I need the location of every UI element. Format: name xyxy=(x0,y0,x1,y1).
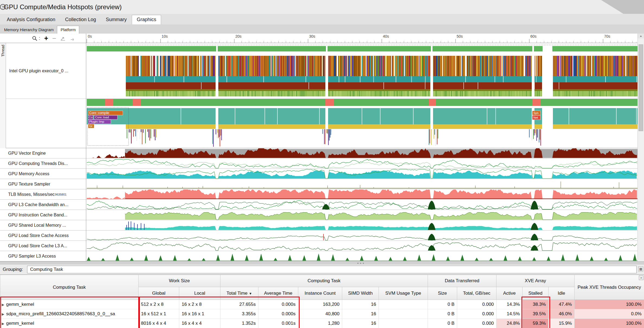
task-name: sdpa_micro_prefill_1266034224058857663_0… xyxy=(6,311,115,316)
zoom-out-button[interactable]: − xyxy=(52,35,56,42)
tab-collection-log[interactable]: Collection Log xyxy=(60,15,101,24)
svg-text:60s: 60s xyxy=(530,34,537,38)
svg-text:70s: 70s xyxy=(604,34,610,38)
zoom-fit-icon[interactable] xyxy=(70,36,75,41)
col-stalled[interactable]: Stalled xyxy=(523,287,549,300)
value-cell xyxy=(379,319,428,328)
thread-axis-label: Thread xyxy=(1,45,5,57)
metric-chart-gpu-computing-threads-dis[interactable] xyxy=(86,158,637,169)
svg-text:40s: 40s xyxy=(383,34,389,38)
colgroup-xve-array: XVE Array xyxy=(496,275,575,287)
value-cell xyxy=(379,309,428,319)
time-ruler[interactable]: 0s10s20s30s40s50s60s70s xyxy=(86,34,637,43)
thread-row-label-2[interactable] xyxy=(6,99,86,148)
col-simd-width[interactable]: SIMD Width xyxy=(342,287,379,300)
grouping-dropdown[interactable]: Computing Task xyxy=(27,266,637,273)
tab-graphics[interactable]: Graphics xyxy=(132,15,161,24)
table-row[interactable]: ▶gemm_kernel8016 x 4 x 416 x 4 x 41.352s… xyxy=(0,319,644,328)
zoom-in-button[interactable]: + xyxy=(44,35,48,42)
col-global[interactable]: Global xyxy=(139,287,179,300)
table-body: ▶gemm_kernel512 x 2 x 816 x 2 x 827.655s… xyxy=(0,300,644,328)
scroll-up-icon[interactable]: ▲ xyxy=(638,34,644,38)
svg-text:Net: Net xyxy=(533,116,538,119)
metric-label-gpu-computing-threads-dis[interactable]: GPU Computing Threads Dis... xyxy=(0,158,86,169)
col-active[interactable]: Active xyxy=(496,287,523,300)
metric-label-gpu-instruction-cache-band[interactable]: GPU Instruction Cache Band... xyxy=(0,210,86,220)
computing-task-table: Computing Task Work Size Computing Task … xyxy=(0,275,644,328)
value-cell: 0.000s xyxy=(258,300,298,309)
metric-label-gpu-l3-cache-bandwidth-an[interactable]: GPU L3 Cache Bandwidth an... xyxy=(0,200,86,210)
thread-track-runtime[interactable]: Core::compileCoCore::loadPlugin::ImpGrSy… xyxy=(86,99,637,148)
metric-label-gpu-load-store-cache-l3-a[interactable]: GPU Load Store Cache L3 A... xyxy=(0,241,86,251)
col-instance-count[interactable]: Instance Count xyxy=(298,287,342,300)
tab-summary[interactable]: Summary xyxy=(101,15,131,24)
help-icon[interactable]: ? xyxy=(0,4,6,10)
scrollbar-thumb[interactable] xyxy=(639,44,643,131)
timeline-toolbar: : + − xyxy=(0,34,86,43)
metric-chart-gpu-instruction-cache-band[interactable] xyxy=(86,210,637,220)
expand-row-icon[interactable]: ▶ xyxy=(2,303,4,307)
metric-label-gpu-sampler-l3-access[interactable]: GPU Sampler L3 Access xyxy=(0,251,86,261)
page-title: GPU Compute/Media Hotspots (preview) xyxy=(4,0,122,14)
metric-chart-gpu-l3-cache-bandwidth-an[interactable] xyxy=(86,200,637,210)
zoom-selection-icon[interactable] xyxy=(60,36,66,41)
value-cell: 39.5% xyxy=(523,309,549,319)
value-cell: 1.352s xyxy=(220,319,258,328)
svg-text:Syn: Syn xyxy=(533,111,539,115)
vertical-scrollbar[interactable]: ▲ xyxy=(637,34,644,261)
value-cell: 16 xyxy=(342,319,379,328)
col-local[interactable]: Local xyxy=(179,287,220,300)
zoom-icon[interactable] xyxy=(32,36,37,41)
table-row[interactable]: ▶gemm_kernel512 x 2 x 816 x 2 x 827.655s… xyxy=(0,300,644,309)
subtab-memory-hierarchy-diagram[interactable]: Memory Hierarchy Diagram xyxy=(1,26,57,34)
expand-columns-button[interactable]: » xyxy=(639,275,643,280)
thread-name: Intel GPU plugin executor_0 ... xyxy=(9,69,68,73)
metric-label-gpu-texture-sampler[interactable]: GPU Texture Sampler xyxy=(0,179,86,189)
metric-chart-gpu-load-store-cache-l3-a[interactable] xyxy=(86,241,637,251)
metric-chart-tlb-misses-misses-sec[interactable] xyxy=(86,189,637,200)
metric-label-gpu-vector-engine[interactable]: GPU Vector Engine xyxy=(0,148,86,158)
value-cell: 100.0% xyxy=(575,300,644,309)
value-cell: 0.001s xyxy=(258,319,298,328)
zoom-menu-colon[interactable]: : xyxy=(39,35,40,42)
col-idle[interactable]: Idle xyxy=(549,287,575,300)
grouping-label: Grouping: xyxy=(3,265,23,274)
metric-label-gpu-load-store-cache-access[interactable]: GPU Load Store Cache Access xyxy=(0,230,86,241)
grouping-settings-icon[interactable]: ▦ xyxy=(638,267,643,271)
col-peak-xve-occupancy[interactable]: Peak XVE Threads Occupancy xyxy=(575,275,644,300)
table-row[interactable]: ▶sdpa_micro_prefill_1266034224058857663_… xyxy=(0,309,644,319)
col-average-time[interactable]: Average Time xyxy=(258,287,298,300)
col-svm-usage-type[interactable]: SVM Usage Type xyxy=(379,287,428,300)
thread-row-label-1[interactable]: Intel GPU plugin executor_0 ... xyxy=(6,43,86,99)
metric-chart-gpu-load-store-cache-access[interactable] xyxy=(86,230,637,241)
subtab-platform[interactable]: Platform xyxy=(57,26,79,34)
metric-chart-gpu-memory-access[interactable] xyxy=(86,169,637,179)
value-cell: 0 B xyxy=(428,309,457,319)
thread-axis: Thread xyxy=(0,43,6,148)
col-total-time[interactable]: Total Time▼ xyxy=(220,287,258,300)
metric-chart-gpu-vector-engine[interactable] xyxy=(86,148,637,158)
col-size[interactable]: Size xyxy=(428,287,457,300)
col-total-gbsec[interactable]: Total, GB/sec xyxy=(457,287,496,300)
value-cell: 1,280 xyxy=(298,319,342,328)
thread-track-executor[interactable] xyxy=(86,43,637,99)
svg-text:Core::load: Core::load xyxy=(95,116,109,119)
value-cell: 16 x 16 x 1 xyxy=(179,309,220,319)
metric-chart-gpu-texture-sampler[interactable] xyxy=(86,179,637,189)
value-cell: 16 xyxy=(342,300,379,309)
main-tabs: Analysis ConfigurationCollection LogSumm… xyxy=(0,14,644,24)
sub-tabs: Memory Hierarchy DiagramPlatform xyxy=(0,24,644,34)
metric-chart-gpu-shared-local-memory[interactable] xyxy=(86,220,637,230)
expand-row-icon[interactable]: ▶ xyxy=(2,312,4,316)
metric-label-tlb-misses-misses-sec[interactable]: TLB Misses, Misses/sec9635801 xyxy=(0,189,86,200)
metric-label-gpu-shared-local-memory[interactable]: GPU Shared Local Memory ... xyxy=(0,220,86,230)
splitter-handle[interactable] xyxy=(0,261,644,265)
value-cell: 46.0% xyxy=(549,309,575,319)
metric-label-gpu-memory-access[interactable]: GPU Memory Access xyxy=(0,169,86,179)
svg-text:30s: 30s xyxy=(309,34,315,38)
col-computing-task[interactable]: Computing Task xyxy=(0,275,139,300)
splitter-dots-icon xyxy=(357,263,364,264)
metric-chart-gpu-sampler-l3-access[interactable] xyxy=(86,251,637,261)
tab-analysis-configuration[interactable]: Analysis Configuration xyxy=(2,15,60,24)
expand-row-icon[interactable]: ▶ xyxy=(2,322,4,326)
